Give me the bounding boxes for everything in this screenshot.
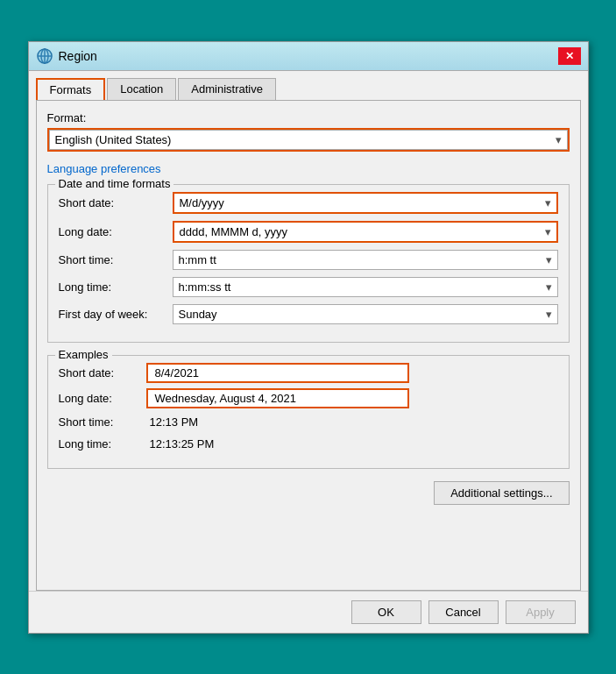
svg-point-4 — [38, 49, 52, 63]
example-short-date-row: Short date: 8/4/2021 — [59, 363, 558, 383]
tab-administrative[interactable]: Administrative — [178, 78, 276, 100]
format-select-wrapper: English (United States) English (United … — [47, 128, 570, 152]
bottom-bar: OK Cancel Apply — [29, 591, 588, 633]
example-short-date-value: 8/4/2021 — [146, 363, 409, 383]
first-day-label: First day of week: — [59, 308, 173, 321]
apply-button[interactable]: Apply — [506, 600, 576, 624]
example-short-time-label: Short time: — [59, 415, 146, 429]
ok-button[interactable]: OK — [351, 600, 421, 624]
example-long-time-row: Long time: 12:13:25 PM — [59, 436, 558, 452]
examples-group: Examples Short date: 8/4/2021 Long date:… — [47, 355, 570, 469]
first-day-row: First day of week: Sunday Monday — [59, 304, 558, 324]
cancel-button[interactable]: Cancel — [428, 600, 499, 624]
format-select-container[interactable]: English (United States) English (United … — [49, 130, 568, 150]
long-time-select-container[interactable]: h:mm:ss tt — [173, 277, 558, 297]
short-date-row: Short date: M/d/yyyy — [59, 192, 558, 214]
tab-location[interactable]: Location — [107, 78, 176, 100]
long-time-row: Long time: h:mm:ss tt — [59, 277, 558, 297]
tab-content: Format: English (United States) English … — [36, 100, 581, 591]
example-long-time-label: Long time: — [59, 437, 146, 451]
close-button[interactable]: ✕ — [558, 47, 581, 65]
format-section: Format: English (United States) English … — [47, 111, 570, 152]
examples-group-title: Examples — [55, 348, 112, 361]
short-date-label: Short date: — [59, 196, 173, 209]
format-label: Format: — [47, 111, 570, 124]
region-dialog: Region ✕ Formats Location Administrative… — [28, 41, 589, 634]
dialog-title: Region — [59, 49, 97, 63]
long-date-select-container[interactable]: dddd, MMMM d, yyyy — [173, 221, 558, 243]
globe-icon — [36, 47, 53, 65]
long-date-label: Long date: — [59, 225, 173, 238]
short-time-label: Short time: — [59, 253, 173, 266]
long-date-select[interactable]: dddd, MMMM d, yyyy — [174, 223, 556, 241]
short-time-select-container[interactable]: h:mm tt — [173, 250, 558, 270]
example-long-date-row: Long date: Wednesday, August 4, 2021 — [59, 388, 558, 408]
short-date-select-container[interactable]: M/d/yyyy — [173, 192, 558, 214]
title-bar: Region ✕ — [29, 42, 588, 71]
additional-settings-container: Additional settings... — [47, 481, 570, 505]
long-time-select[interactable]: h:mm:ss tt — [173, 278, 557, 296]
date-time-group-title: Date and time formats — [55, 177, 174, 190]
example-short-time-row: Short time: 12:13 PM — [59, 414, 558, 430]
title-bar-left: Region — [36, 47, 97, 65]
example-short-time-value: 12:13 PM — [146, 414, 202, 430]
example-long-time-value: 12:13:25 PM — [146, 436, 218, 452]
example-long-date-value: Wednesday, August 4, 2021 — [146, 388, 409, 408]
language-preferences-link[interactable]: Language preferences — [47, 162, 161, 175]
example-short-date-label: Short date: — [59, 366, 146, 380]
date-time-group: Date and time formats Short date: M/d/yy… — [47, 184, 570, 343]
short-time-row: Short time: h:mm tt — [59, 250, 558, 270]
tab-bar: Formats Location Administrative — [29, 71, 588, 100]
short-time-select[interactable]: h:mm tt — [173, 251, 557, 269]
first-day-select[interactable]: Sunday Monday — [173, 305, 557, 323]
long-time-label: Long time: — [59, 280, 173, 294]
first-day-select-container[interactable]: Sunday Monday — [173, 304, 558, 324]
example-long-date-label: Long date: — [59, 392, 146, 405]
tab-formats[interactable]: Formats — [36, 78, 106, 100]
additional-settings-button[interactable]: Additional settings... — [434, 481, 569, 505]
long-date-row: Long date: dddd, MMMM d, yyyy — [59, 221, 558, 243]
short-date-select[interactable]: M/d/yyyy — [174, 194, 556, 212]
format-select[interactable]: English (United States) English (United … — [50, 131, 567, 149]
